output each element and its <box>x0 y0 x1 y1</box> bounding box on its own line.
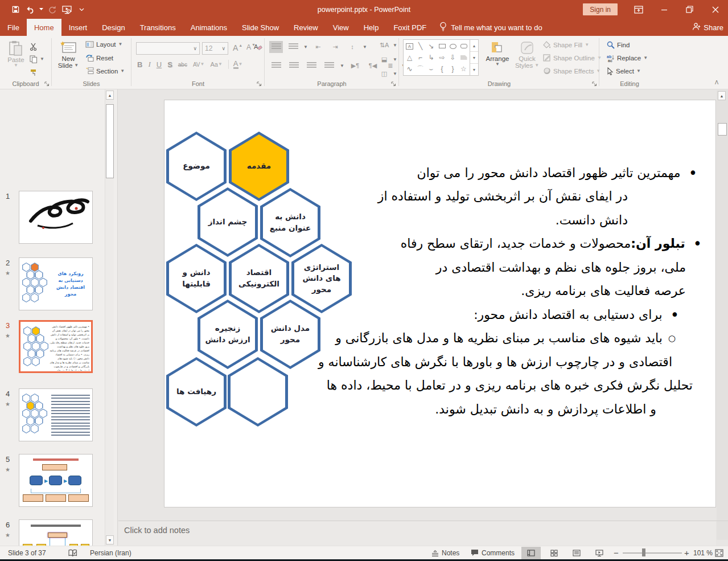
zoom-slider-track[interactable] <box>623 552 682 554</box>
strikethrough-button[interactable]: abc <box>178 62 187 68</box>
notes-placeholder[interactable]: Click to add notes <box>124 526 190 535</box>
increase-indent-icon[interactable]: ⇥ <box>328 41 342 53</box>
tab-transitions[interactable]: Transitions <box>133 19 183 36</box>
slide-text-line[interactable]: ○باید شیوه های مناسب بر مبنای نظریه ها و… <box>335 326 676 350</box>
align-text-icon[interactable]: ⬓ <box>377 54 391 65</box>
find-button[interactable]: Find <box>607 41 630 49</box>
tab-animations[interactable]: Animations <box>183 19 235 36</box>
text-shadow-button[interactable]: S <box>167 60 172 69</box>
shape-gallery-more-icon[interactable]: ▼ <box>470 64 478 75</box>
shape-line-icon[interactable]: ╲ <box>415 40 426 52</box>
zoom-out-icon[interactable]: − <box>614 546 619 559</box>
copy-icon[interactable]: ▼ <box>30 55 44 63</box>
tab-slide-show[interactable]: Slide Show <box>235 19 286 36</box>
align-right-icon[interactable] <box>305 60 318 72</box>
replace-button[interactable]: abac Replace▼ <box>607 54 648 62</box>
slide-thumbnail-4[interactable] <box>19 388 93 441</box>
shape-down-arrow-icon[interactable]: ⇩ <box>447 52 458 63</box>
shape-right-arrow-icon[interactable]: ⇨ <box>437 52 447 63</box>
drawing-dialog-launcher-icon[interactable] <box>591 80 598 87</box>
decrease-indent-icon[interactable]: ⇤ <box>311 41 325 53</box>
shape-oval-icon[interactable] <box>447 40 458 52</box>
slide-text-line[interactable]: •برای دستیابی به اقتصاد دانش محور: <box>474 303 679 326</box>
zoom-level[interactable]: 101 % <box>693 546 713 559</box>
left-to-right-icon[interactable]: ▶¶ <box>348 60 362 72</box>
notes-toggle[interactable]: Notes <box>431 546 459 559</box>
clipboard-dialog-launcher-icon[interactable] <box>43 80 50 87</box>
justify-icon[interactable] <box>322 60 336 72</box>
reset-button[interactable]: Reset <box>85 54 113 62</box>
character-spacing-button[interactable]: AV▼ <box>193 62 205 68</box>
italic-button[interactable]: I <box>148 60 150 69</box>
shape-rounded-rectangle-icon[interactable] <box>458 40 469 52</box>
close-button[interactable] <box>702 0 728 19</box>
shape-text-box-icon[interactable]: A <box>406 43 413 50</box>
language-status[interactable]: Persian (Iran) <box>90 546 131 559</box>
tab-foxit-pdf[interactable]: Foxit PDF <box>386 19 434 36</box>
main-vertical-scrollbar[interactable]: ▲ <box>717 90 728 540</box>
shape-scribble-icon[interactable]: ∿ <box>404 63 415 75</box>
notes-pane[interactable]: Click to add notes <box>118 521 716 546</box>
slide-text-line[interactable]: تحلیل نگرش فکری خبره های برنامه ریزی و د… <box>327 374 693 397</box>
bullets-icon[interactable] <box>269 41 283 53</box>
align-center-icon[interactable] <box>287 60 301 72</box>
view-slide-sorter-icon[interactable] <box>544 547 564 559</box>
collapse-ribbon-icon[interactable]: ᐱ <box>715 80 718 85</box>
font-name-combo[interactable]: ∨ <box>136 42 200 55</box>
slide-thumbnail-2[interactable]: رویکرد های دستیابی به اقتصاد دانش محور <box>19 257 93 310</box>
fit-slide-to-window-icon[interactable] <box>715 546 723 559</box>
zoom-slider-thumb[interactable] <box>642 548 645 556</box>
tab-view[interactable]: View <box>326 19 356 36</box>
font-size-combo[interactable]: 12∨ <box>202 42 228 55</box>
new-slide-button[interactable]: New Slide▼ <box>56 40 81 69</box>
undo-icon[interactable] <box>23 2 38 17</box>
slide-text-line[interactable]: عرصه فعالیت های برنامه ریزی. <box>521 279 686 302</box>
clear-formatting-icon[interactable]: A <box>253 43 262 51</box>
shape-corner-rectangle-icon[interactable] <box>458 52 469 63</box>
shape-elbow-arrow-connector-icon[interactable]: ↳ <box>426 52 437 63</box>
select-button[interactable]: Select▼ <box>607 67 641 75</box>
shape-arrow-icon[interactable]: ↘ <box>426 40 437 52</box>
main-scroll-up-icon[interactable]: ▲ <box>718 91 726 100</box>
slide-thumbnail-5[interactable]: ▶▶ <box>19 454 93 507</box>
shape-arc-icon[interactable]: ⌒ <box>415 63 426 75</box>
minimize-button[interactable] <box>651 0 677 19</box>
slide-text-line[interactable]: و اطلاعات پردازش و به دانش تبدیل شوند. <box>435 398 656 421</box>
comments-toggle[interactable]: Comments <box>471 546 515 559</box>
align-left-icon[interactable] <box>269 60 283 72</box>
tab-design[interactable]: Design <box>94 19 132 36</box>
save-icon[interactable] <box>8 2 23 17</box>
line-spacing-icon[interactable]: ↕ <box>346 41 359 53</box>
start-from-beginning-icon[interactable] <box>59 2 74 17</box>
undo-dropdown-icon[interactable] <box>38 2 44 17</box>
numbering-icon[interactable] <box>286 41 300 53</box>
slide-text-line[interactable]: •مهمترین تاثیر ظهور اقتصاد دانش محور را … <box>417 161 697 185</box>
shape-gallery-down-icon[interactable]: ▼ <box>470 52 478 64</box>
slide-text-line[interactable]: دانش دانست. <box>556 208 628 232</box>
thumbnail-scroll-thumb[interactable] <box>106 104 114 178</box>
view-reading-icon[interactable] <box>567 547 586 559</box>
slide-counter[interactable]: Slide 3 of 37 <box>8 546 46 559</box>
slide-text-line[interactable]: اقتصادی و در چارچوب ارزش ها و باورها با … <box>318 350 672 374</box>
thumbnail-scroll-down-icon[interactable]: ▼ <box>106 535 114 544</box>
thumbnail-scrollbar[interactable]: ▲ ▼ <box>105 89 114 546</box>
slide-text-line[interactable]: •تبلور آن: محصولات و خدمات جدید، ارتقای … <box>401 232 702 255</box>
slide-thumbnail-1[interactable] <box>19 191 93 244</box>
change-case-button[interactable]: Aa▼ <box>210 61 222 68</box>
paragraph-dialog-launcher-icon[interactable] <box>390 80 397 87</box>
customize-quick-access-icon[interactable] <box>74 2 89 17</box>
view-normal-icon[interactable] <box>521 547 541 559</box>
convert-to-smartart-icon[interactable]: ◫ <box>377 68 391 80</box>
shape-left-brace-icon[interactable]: { <box>437 63 447 75</box>
main-scroll-thumb[interactable] <box>718 123 727 136</box>
shape-elbow-connector-icon[interactable]: ⌐ <box>415 52 426 63</box>
cut-icon[interactable] <box>30 43 38 51</box>
shape-right-brace-icon[interactable]: } <box>447 63 458 75</box>
text-direction-icon[interactable]: ⇅A <box>377 39 391 51</box>
shape-isosceles-triangle-icon[interactable]: △ <box>404 52 415 63</box>
view-slideshow-icon[interactable] <box>590 547 609 559</box>
format-painter-icon[interactable] <box>30 68 38 76</box>
share-button[interactable]: Share <box>692 19 723 36</box>
tab-review[interactable]: Review <box>286 19 326 36</box>
tab-insert[interactable]: Insert <box>61 19 95 36</box>
